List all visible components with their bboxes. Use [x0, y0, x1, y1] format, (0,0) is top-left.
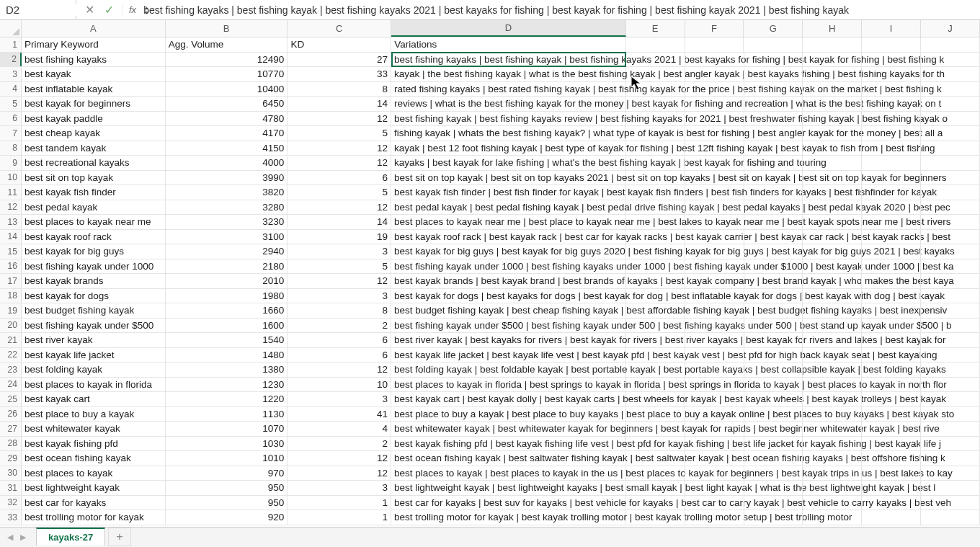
cell-F17[interactable]: [685, 274, 744, 288]
cell-J24[interactable]: [921, 378, 980, 392]
cell-J29[interactable]: [921, 451, 980, 466]
cell-F16[interactable]: [685, 259, 744, 274]
cell-H14[interactable]: [803, 230, 862, 244]
cell-H25[interactable]: [803, 392, 862, 406]
cell-I11[interactable]: [862, 185, 921, 200]
row-header-3[interactable]: 3: [0, 67, 22, 81]
cell-I2[interactable]: [862, 53, 921, 67]
cell-J11[interactable]: [921, 185, 980, 200]
cell-C16[interactable]: 5: [288, 259, 391, 274]
cell-A10[interactable]: best sit on top kayak: [22, 171, 166, 185]
cell-B4[interactable]: 10400: [166, 82, 288, 97]
cell-H23[interactable]: [803, 363, 862, 377]
cell-H21[interactable]: [803, 333, 862, 347]
row-header-8[interactable]: 8: [0, 141, 22, 156]
cell-H28[interactable]: [803, 437, 862, 451]
cell-J23[interactable]: [921, 363, 980, 377]
cell-F10[interactable]: [685, 171, 744, 185]
cell-J4[interactable]: [921, 82, 980, 97]
cell-D22[interactable]: best kayak life jacket | best kayak life…: [391, 348, 626, 363]
cell-B16[interactable]: 2180: [166, 259, 288, 274]
cell-J32[interactable]: [921, 496, 980, 510]
cell-D1[interactable]: Variations: [391, 37, 626, 52]
cell-A24[interactable]: best places to kayak in florida: [22, 378, 166, 392]
cell-G26[interactable]: [744, 407, 803, 422]
cell-A2[interactable]: best fishing kayaks: [22, 53, 166, 67]
cell-E6[interactable]: [626, 112, 685, 126]
cell-D12[interactable]: best pedal kayak | best pedal fishing ka…: [391, 200, 626, 215]
cell-J16[interactable]: [921, 259, 980, 274]
row-header-28[interactable]: 28: [0, 437, 22, 451]
cell-J15[interactable]: [921, 244, 980, 259]
row-header-33[interactable]: 33: [0, 510, 22, 525]
cell-E7[interactable]: [626, 126, 685, 141]
accept-icon[interactable]: ✓: [104, 3, 114, 17]
cell-A20[interactable]: best fishing kayak under $500: [22, 319, 166, 333]
cell-A8[interactable]: best tandem kayak: [22, 141, 166, 156]
row-header-32[interactable]: 32: [0, 496, 22, 510]
cell-E30[interactable]: [626, 466, 685, 481]
cell-D23[interactable]: best folding kayak | best foldable kayak…: [391, 363, 626, 377]
cell-E19[interactable]: [626, 303, 685, 318]
cell-G4[interactable]: [744, 82, 803, 97]
row-header-13[interactable]: 13: [0, 215, 22, 229]
cell-D28[interactable]: best kayak fishing pfd | best kayak fish…: [391, 437, 626, 451]
cell-D2[interactable]: best fishing kayaks | best fishing kayak…: [391, 53, 626, 67]
cell-J18[interactable]: [921, 289, 980, 303]
cell-H16[interactable]: [803, 259, 862, 274]
cell-E33[interactable]: [626, 510, 685, 525]
col-header-E[interactable]: E: [626, 20, 685, 37]
cell-I18[interactable]: [862, 289, 921, 303]
col-header-B[interactable]: B: [166, 20, 288, 37]
cell-G3[interactable]: [744, 67, 803, 81]
cell-D13[interactable]: best places to kayak near me | best plac…: [391, 215, 626, 229]
cell-C30[interactable]: 12: [288, 466, 391, 481]
cell-C20[interactable]: 2: [288, 319, 391, 333]
cell-D27[interactable]: best whitewater kayak | best whitewater …: [391, 422, 626, 436]
cell-J17[interactable]: [921, 274, 980, 288]
row-header-26[interactable]: 26: [0, 407, 22, 422]
fx-icon[interactable]: fx: [123, 4, 143, 15]
cell-H15[interactable]: [803, 244, 862, 259]
row-header-6[interactable]: 6: [0, 112, 22, 126]
cell-J3[interactable]: [921, 67, 980, 81]
cell-B9[interactable]: 4000: [166, 156, 288, 170]
cell-D7[interactable]: fishing kayak | whats the best fishing k…: [391, 126, 626, 141]
cell-E12[interactable]: [626, 200, 685, 215]
row-header-24[interactable]: 24: [0, 378, 22, 392]
cell-C25[interactable]: 3: [288, 392, 391, 406]
cell-D18[interactable]: best kayak for dogs | best kayaks for do…: [391, 289, 626, 303]
cell-H2[interactable]: [803, 53, 862, 67]
cell-B11[interactable]: 3820: [166, 185, 288, 200]
cell-I4[interactable]: [862, 82, 921, 97]
cell-F32[interactable]: [685, 496, 744, 510]
row-header-15[interactable]: 15: [0, 244, 22, 259]
cell-D16[interactable]: best fishing kayak under 1000 | best fis…: [391, 259, 626, 274]
cell-J14[interactable]: [921, 230, 980, 244]
cell-B6[interactable]: 4780: [166, 112, 288, 126]
cell-B22[interactable]: 1480: [166, 348, 288, 363]
row-header-17[interactable]: 17: [0, 274, 22, 288]
cell-A16[interactable]: best fishing kayak under 1000: [22, 259, 166, 274]
cell-I14[interactable]: [862, 230, 921, 244]
cell-I29[interactable]: [862, 451, 921, 466]
cell-D29[interactable]: best ocean fishing kayak | best saltwate…: [391, 451, 626, 466]
cell-J28[interactable]: [921, 437, 980, 451]
cell-G33[interactable]: [744, 510, 803, 525]
cell-B19[interactable]: 1660: [166, 303, 288, 318]
col-header-D[interactable]: D: [391, 20, 626, 37]
cell-G32[interactable]: [744, 496, 803, 510]
cell-H22[interactable]: [803, 348, 862, 363]
cell-D6[interactable]: best fishing kayak | best fishing kayaks…: [391, 112, 626, 126]
cell-J20[interactable]: [921, 319, 980, 333]
cell-G16[interactable]: [744, 259, 803, 274]
cell-A26[interactable]: best place to buy a kayak: [22, 407, 166, 422]
cell-C2[interactable]: 27: [288, 53, 391, 67]
cell-C28[interactable]: 2: [288, 437, 391, 451]
cell-E32[interactable]: [626, 496, 685, 510]
cell-C32[interactable]: 1: [288, 496, 391, 510]
cell-B3[interactable]: 10770: [166, 67, 288, 81]
cell-I25[interactable]: [862, 392, 921, 406]
col-header-C[interactable]: C: [288, 20, 391, 37]
cell-E2[interactable]: [626, 53, 685, 67]
